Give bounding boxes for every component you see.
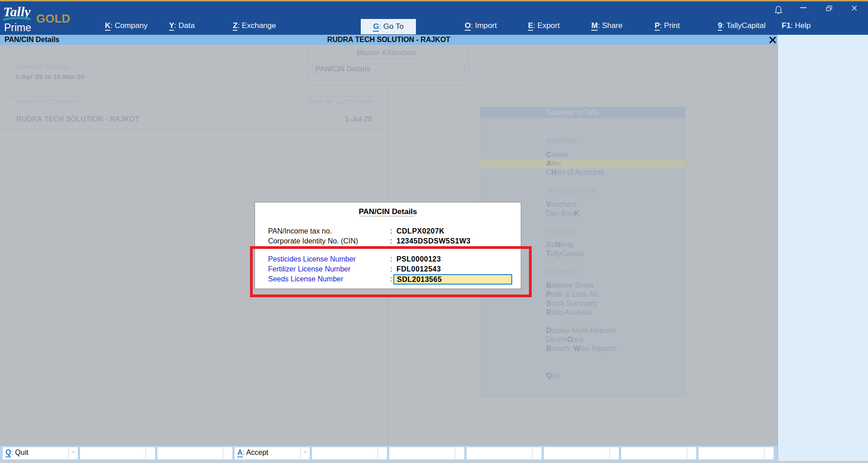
svg-text:Tally: Tally [3, 4, 31, 19]
svg-text:Prime: Prime [4, 22, 31, 33]
svg-text:GOLD: GOLD [36, 12, 70, 25]
